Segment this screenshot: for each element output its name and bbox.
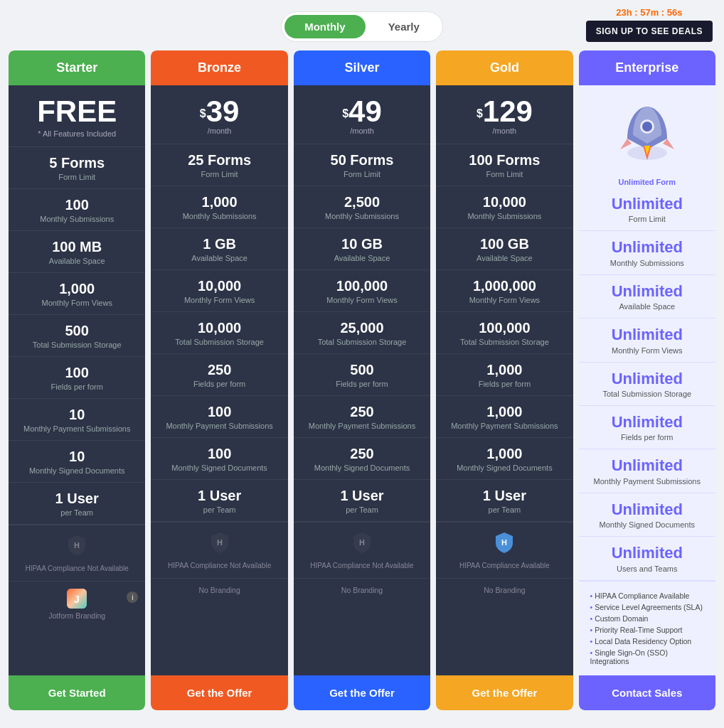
enterprise-feature-row-2: UnlimitedAvailable Space bbox=[579, 275, 715, 318]
enterprise-feature-row-4: UnlimitedTotal Submission Storage bbox=[579, 363, 715, 406]
pricing-grid: StarterFREE* All Features Included5 Form… bbox=[0, 50, 724, 710]
branding-text: No Branding bbox=[299, 586, 425, 594]
svg-text:H: H bbox=[217, 538, 223, 547]
feature-label: Fields per form bbox=[14, 382, 139, 391]
monthly-toggle-btn[interactable]: Monthly bbox=[284, 15, 366, 38]
feature-value: 10 bbox=[14, 448, 139, 465]
price-dollar: $ bbox=[477, 107, 483, 119]
feature-label: Monthly Submissions bbox=[585, 259, 710, 267]
feature-value: 100 bbox=[156, 445, 282, 462]
feature-label: Available Space bbox=[156, 254, 282, 262]
feature-value: 1 User bbox=[442, 487, 567, 504]
feature-value: 1 User bbox=[156, 487, 282, 504]
feature-row-1: 1,000Monthly Submissions bbox=[151, 186, 287, 228]
hipaa-list-item: Single Sign-On (SSO) Integrations bbox=[590, 647, 704, 667]
hipaa-list-item: Service Level Agreements (SLA) bbox=[590, 601, 704, 613]
feature-row-2: 1 GBAvailable Space bbox=[151, 228, 287, 270]
plan-header-enterprise: Enterprise bbox=[579, 50, 715, 85]
svg-text:H: H bbox=[74, 541, 80, 550]
enterprise-hipaa-section: HIPAA Compliance AvailableService Level … bbox=[579, 581, 715, 675]
feature-value: 100 MB bbox=[14, 238, 139, 255]
feature-value: Unlimited bbox=[585, 544, 710, 562]
feature-row-4: 25,000Total Submission Storage bbox=[294, 312, 430, 354]
feature-label: Available Space bbox=[585, 302, 710, 311]
feature-label: Monthly Form Views bbox=[14, 299, 139, 307]
plan-body-silver: $49/month50 FormsForm Limit2,500Monthly … bbox=[294, 85, 430, 675]
feature-label: Monthly Payment Submissions bbox=[299, 422, 425, 430]
enterprise-feature-row-6: UnlimitedMonthly Payment Submissions bbox=[579, 449, 715, 493]
price-free: FREE bbox=[16, 97, 138, 127]
enterprise-rocket-image bbox=[579, 85, 715, 173]
feature-label: Form Limit bbox=[585, 215, 710, 223]
feature-label: Total Submission Storage bbox=[299, 338, 425, 346]
countdown-timer: 23h : 57m : 56s bbox=[586, 7, 713, 18]
hipaa-list-item: HIPAA Compliance Available bbox=[590, 590, 704, 601]
plan-card-bronze: Bronze$39/month25 FormsForm Limit1,000Mo… bbox=[151, 50, 287, 710]
hipaa-list-item: Priority Real-Time Support bbox=[590, 624, 704, 636]
feature-row-5: 1,000Fields per form bbox=[436, 354, 573, 396]
feature-row-5: 100Fields per form bbox=[9, 357, 145, 399]
hipaa-section-gold: H HIPAA Compliance Available bbox=[436, 522, 573, 578]
feature-value: 10 GB bbox=[299, 235, 425, 252]
feature-value: 100 bbox=[156, 403, 282, 420]
feature-row-8: 1 Userper Team bbox=[436, 480, 573, 522]
top-bar: Monthly Yearly 23h : 57m : 56s SIGN UP T… bbox=[0, 0, 724, 50]
feature-value: 1,000 bbox=[442, 403, 567, 420]
cta-button-starter[interactable]: Get Started bbox=[9, 675, 145, 710]
feature-value: 1,000 bbox=[442, 361, 567, 378]
hipaa-shield-icon: H bbox=[442, 531, 567, 559]
branding-section-gold: No Branding bbox=[436, 578, 573, 601]
feature-value: 1 User bbox=[14, 490, 139, 507]
price-subtitle: * All Features Included bbox=[16, 129, 138, 138]
hipaa-text: HIPAA Compliance Not Available bbox=[14, 564, 139, 572]
feature-value: Unlimited bbox=[585, 413, 710, 432]
feature-row-6: 10Monthly Payment Submissions bbox=[9, 399, 145, 441]
feature-value: Unlimited bbox=[585, 326, 710, 344]
feature-value: Unlimited bbox=[585, 282, 710, 301]
feature-label: Monthly Payment Submissions bbox=[585, 477, 710, 486]
plan-header-silver: Silver bbox=[294, 50, 430, 85]
feature-label: Monthly Submissions bbox=[442, 212, 567, 220]
feature-row-4: 10,000Total Submission Storage bbox=[151, 312, 287, 354]
feature-row-1: 100Monthly Submissions bbox=[9, 189, 145, 231]
feature-row-7: 250Monthly Signed Documents bbox=[294, 438, 430, 480]
price-amount: $49 bbox=[301, 97, 423, 127]
feature-label: Monthly Submissions bbox=[299, 212, 425, 220]
feature-label: Users and Teams bbox=[585, 564, 710, 573]
cta-button-bronze[interactable]: Get the Offer bbox=[151, 675, 287, 710]
feature-row-2: 100 MBAvailable Space bbox=[9, 231, 145, 273]
feature-row-5: 250Fields per form bbox=[151, 354, 287, 396]
feature-row-0: 25 FormsForm Limit bbox=[151, 144, 287, 186]
feature-value: 100 GB bbox=[442, 235, 567, 252]
cta-button-enterprise[interactable]: Contact Sales bbox=[579, 675, 715, 710]
feature-value: 100 Forms bbox=[442, 151, 567, 168]
feature-row-0: 50 FormsForm Limit bbox=[294, 144, 430, 186]
price-section-bronze: $39/month bbox=[151, 85, 287, 144]
sign-up-deals-button[interactable]: SIGN UP TO SEE DEALS bbox=[586, 21, 713, 42]
yearly-toggle-btn[interactable]: Yearly bbox=[368, 15, 440, 38]
feature-value: 1,000 bbox=[442, 445, 567, 462]
feature-row-6: 250Monthly Payment Submissions bbox=[294, 396, 430, 438]
branding-text: No Branding bbox=[442, 586, 567, 594]
hipaa-text: HIPAA Compliance Available bbox=[442, 562, 567, 569]
feature-value: 100,000 bbox=[442, 319, 567, 336]
cta-button-silver[interactable]: Get the Offer bbox=[294, 675, 430, 710]
price-dollar: $ bbox=[200, 107, 206, 119]
feature-value: 1,000 bbox=[14, 280, 139, 297]
price-amount: $129 bbox=[443, 97, 565, 127]
hipaa-list-item: Local Data Residency Option bbox=[590, 636, 704, 647]
plan-header-gold: Gold bbox=[436, 50, 573, 85]
price-dollar: $ bbox=[342, 107, 348, 119]
branding-text: Jotform Branding bbox=[14, 611, 139, 620]
feature-value: 500 bbox=[14, 322, 139, 339]
enterprise-feature-row-1: UnlimitedMonthly Submissions bbox=[579, 231, 715, 274]
info-dot-icon[interactable]: i bbox=[127, 592, 138, 603]
price-number: 39 bbox=[206, 95, 240, 128]
branding-text: No Branding bbox=[156, 586, 282, 594]
cta-button-gold[interactable]: Get the Offer bbox=[436, 675, 573, 710]
feature-value: Unlimited bbox=[585, 370, 710, 388]
plan-card-enterprise: Enterprise Unlimited FormUnlimitedForm L… bbox=[579, 50, 715, 710]
branding-section-starter: J iJotform Branding bbox=[9, 581, 145, 627]
feature-value: 1 User bbox=[299, 487, 425, 504]
feature-row-4: 100,000Total Submission Storage bbox=[436, 312, 573, 354]
